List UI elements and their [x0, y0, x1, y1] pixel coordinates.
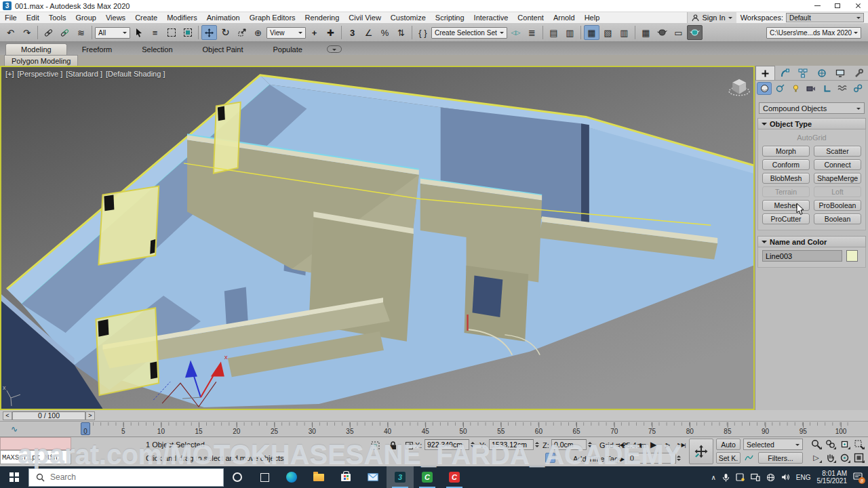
frame-spinner[interactable] — [677, 453, 683, 463]
tab-utilities[interactable] — [850, 66, 868, 80]
layer-explorer-button[interactable]: ▥ — [562, 25, 578, 40]
project-folder-dropdown[interactable]: C:\Users\me...ds Max 2020 — [766, 27, 861, 39]
rectangular-selection-region-button[interactable] — [163, 25, 179, 40]
camtasia-button[interactable]: C — [414, 466, 441, 488]
menu-interactive[interactable]: Interactive — [469, 14, 513, 22]
menu-customize[interactable]: Customize — [386, 14, 431, 22]
zoom-all-button[interactable] — [824, 439, 837, 450]
pan-view-button[interactable] — [689, 439, 713, 464]
edit-named-selection-sets-button[interactable]: { } — [415, 25, 431, 40]
filters-button[interactable]: Filters... — [758, 452, 803, 464]
category-systems[interactable] — [850, 82, 865, 95]
unlink-selection-button[interactable] — [57, 25, 73, 40]
menu-views[interactable]: Views — [101, 14, 130, 22]
devices-icon[interactable] — [751, 473, 760, 481]
object-type-proboolean[interactable]: ProBoolean — [814, 200, 861, 211]
tab-display[interactable] — [831, 66, 849, 80]
select-and-place-button[interactable]: ⊕ — [250, 25, 266, 40]
menu-content[interactable]: Content — [513, 14, 549, 22]
mirror-button[interactable]: ◁▷ — [508, 25, 524, 40]
microphone-icon[interactable] — [722, 473, 730, 482]
zoom-extents-button[interactable] — [838, 439, 851, 450]
tab-hierarchy[interactable] — [794, 66, 812, 80]
orbit-button[interactable] — [838, 452, 851, 464]
go-to-start-button[interactable]: |◀◀ — [616, 439, 629, 450]
rendered-frame-window-button[interactable]: ▭ — [671, 25, 686, 40]
field-of-view-button[interactable]: ▷ — [810, 452, 823, 464]
z-coordinate-field[interactable] — [551, 439, 587, 450]
material-editor-button[interactable]: ▦ — [638, 25, 654, 40]
bind-to-spacewarp-button[interactable]: ≋ — [73, 25, 89, 40]
menu-create[interactable]: Create — [130, 14, 162, 22]
object-type-boolean[interactable]: Boolean — [814, 214, 861, 224]
object-type-rollout-header[interactable]: Object Type — [757, 118, 866, 129]
object-type-morph[interactable]: Morph — [762, 146, 810, 157]
category-geometry[interactable] — [757, 82, 772, 95]
tab-modify[interactable] — [775, 66, 793, 80]
angle-snap-button[interactable]: ∠ — [361, 25, 376, 40]
maxscript-mini-listener-pink[interactable] — [0, 437, 71, 450]
workspace-dropdown[interactable]: Default — [786, 13, 864, 22]
menu-scripting[interactable]: Scripting — [431, 14, 469, 22]
y-spinner[interactable] — [535, 440, 541, 449]
undo-button[interactable]: ↶ — [3, 25, 18, 40]
menu-animation[interactable]: Animation — [202, 14, 245, 22]
spinner-snap-button[interactable]: ⇅ — [393, 25, 409, 40]
tab-motion[interactable] — [812, 66, 831, 80]
object-type-connect[interactable]: Connect — [814, 159, 861, 170]
mini-curve-editor-button[interactable]: ∿ — [11, 424, 18, 434]
absolute-mode-button[interactable] — [403, 441, 414, 450]
category-lights[interactable] — [788, 82, 803, 95]
object-type-conform[interactable]: Conform — [762, 159, 810, 170]
select-and-move-button[interactable] — [201, 25, 217, 40]
tab-populate[interactable]: Populate — [258, 44, 317, 55]
maximize-button[interactable] — [827, 0, 848, 12]
menu-civil-view[interactable]: Civil View — [344, 14, 385, 22]
menu-tools[interactable]: Tools — [44, 14, 71, 22]
menu-arnold[interactable]: Arnold — [549, 14, 580, 22]
language-indicator[interactable]: ENG — [796, 474, 811, 481]
taskbar-clock[interactable]: 8:01 AM 5/15/2021 — [817, 470, 848, 485]
tablet-notification-icon[interactable] — [736, 473, 745, 481]
viewport[interactable]: x x [+][Perspective ][Standard ][Default… — [0, 66, 755, 410]
selection-lock-button[interactable] — [387, 441, 398, 450]
notification-center-button[interactable]: 8 — [853, 472, 863, 482]
select-and-scale-button[interactable] — [234, 25, 250, 40]
viewport-scene[interactable]: x x — [1, 67, 753, 409]
category-spacewarps[interactable] — [835, 82, 850, 95]
previous-frame-button[interactable]: < — [3, 411, 12, 420]
isolate-selection-button[interactable] — [370, 441, 380, 450]
tab-selection[interactable]: Selection — [127, 44, 187, 55]
search-input[interactable] — [50, 472, 186, 482]
align-button[interactable]: ≣ — [524, 25, 540, 40]
menu-file[interactable]: File — [0, 14, 22, 22]
category-cameras[interactable] — [804, 82, 818, 95]
object-type-scatter[interactable]: Scatter — [814, 146, 861, 157]
x-spinner[interactable] — [471, 440, 477, 449]
previous-frame-playback-button[interactable]: ◀| — [633, 439, 645, 450]
mail-button[interactable] — [359, 466, 387, 488]
curve-editor-button[interactable]: ▧ — [600, 25, 616, 40]
time-ruler[interactable]: 0510152025303540455055606570758085909510… — [80, 422, 853, 437]
taskbar-search[interactable] — [28, 468, 224, 487]
menu-help[interactable]: Help — [580, 14, 605, 22]
object-type-blobmesh[interactable]: BlobMesh — [762, 173, 810, 184]
set-key-button[interactable]: Set K. — [716, 452, 741, 464]
add-time-tag-icon[interactable]: + — [545, 453, 555, 463]
add-time-tag[interactable]: Add Time Tag — [573, 455, 618, 463]
scene-explorer-button[interactable]: ▤ — [546, 25, 561, 40]
network-globe-icon[interactable] — [766, 473, 775, 482]
z-spinner[interactable] — [588, 440, 594, 449]
select-and-link-button[interactable] — [41, 25, 56, 40]
object-color-swatch[interactable] — [846, 250, 858, 262]
selection-filter-dropdown[interactable]: All — [95, 27, 130, 39]
redo-button[interactable]: ↷ — [19, 25, 35, 40]
next-frame-playback-button[interactable]: |▶ — [661, 439, 673, 450]
menu-graph-editors[interactable]: Graph Editors — [245, 14, 300, 22]
next-frame-button[interactable]: > — [85, 411, 95, 420]
named-selection-set-dropdown[interactable]: Create Selection Set — [431, 27, 507, 39]
minimize-button[interactable] — [807, 0, 827, 12]
camtasia-recorder-button[interactable]: C — [441, 466, 468, 488]
percent-snap-button[interactable]: % — [377, 25, 393, 40]
schematic-view-button[interactable]: ▥ — [616, 25, 632, 40]
